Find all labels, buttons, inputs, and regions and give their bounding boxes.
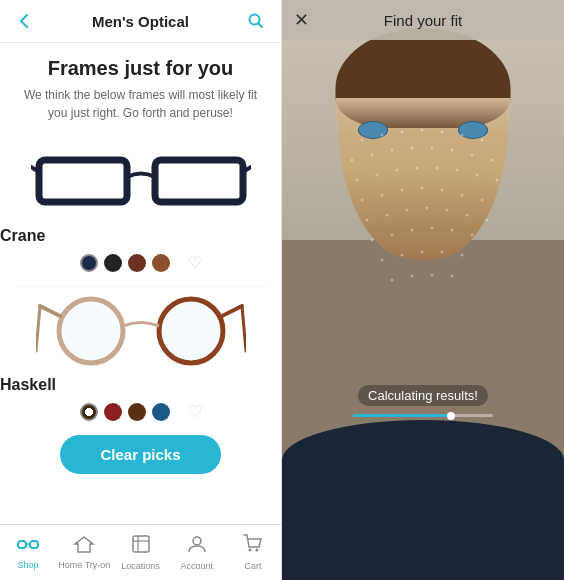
svg-line-11: [36, 306, 40, 351]
svg-line-12: [242, 306, 246, 351]
calculating-text: Calculating results!: [358, 385, 488, 406]
frames-section: Frames just for you We think the below f…: [0, 43, 281, 142]
nav-item-cart[interactable]: Cart: [225, 534, 281, 571]
nav-item-home-try-on[interactable]: Home Try-on: [56, 535, 112, 570]
frame1-colors: ♡: [0, 253, 281, 272]
header-title: Men's Optical: [36, 13, 245, 30]
svg-point-8: [159, 299, 223, 363]
svg-rect-14: [30, 541, 38, 548]
nav-label-cart: Cart: [244, 561, 261, 571]
svg-point-72: [391, 279, 394, 282]
color-swatch[interactable]: [104, 403, 122, 421]
right-title: Find your fit: [384, 12, 462, 29]
calculating-bar: Calculating results!: [282, 377, 564, 425]
nav-item-locations[interactable]: Locations: [112, 534, 168, 571]
progress-bar: [353, 414, 493, 417]
right-panel: ✕ Find your fit Calculating results!: [282, 0, 564, 580]
frame2-name: Haskell: [0, 376, 281, 394]
progress-dot: [447, 412, 455, 420]
search-icon[interactable]: [245, 10, 267, 32]
color-swatch[interactable]: [128, 254, 146, 272]
right-eye: [458, 121, 488, 139]
progress-fill: [353, 414, 451, 417]
svg-rect-5: [45, 166, 105, 174]
color-swatch[interactable]: [104, 254, 122, 272]
color-swatch[interactable]: [152, 254, 170, 272]
bottom-nav: Shop Home Try-on Locations: [0, 524, 281, 580]
svg-point-22: [248, 549, 251, 552]
color-swatch[interactable]: [128, 403, 146, 421]
nav-label-home-tryon: Home Try-on: [58, 560, 110, 570]
clear-picks-button[interactable]: Clear picks: [60, 435, 220, 474]
left-header: Men's Optical: [0, 0, 281, 43]
frame1-name: Crane: [0, 227, 281, 245]
wishlist-icon[interactable]: ♡: [188, 253, 202, 272]
frame-divider: [16, 286, 265, 287]
nav-label-shop: Shop: [18, 560, 39, 570]
svg-rect-13: [18, 541, 26, 548]
wishlist-icon[interactable]: ♡: [188, 402, 202, 421]
color-swatch[interactable]: [80, 403, 98, 421]
left-panel: Men's Optical Frames just for you We thi…: [0, 0, 282, 580]
frame2-image[interactable]: [0, 291, 281, 366]
frames-subtitle: We think the below frames will most like…: [16, 86, 265, 122]
color-swatch[interactable]: [80, 254, 98, 272]
shop-icon: [17, 535, 39, 558]
cart-icon: [243, 534, 263, 559]
eyes-area: [358, 115, 488, 145]
frame1-image[interactable]: [0, 142, 281, 217]
svg-point-23: [255, 549, 258, 552]
nav-item-account[interactable]: Account: [169, 534, 225, 571]
svg-rect-18: [133, 536, 149, 552]
nav-label-locations: Locations: [121, 561, 160, 571]
account-icon: [187, 534, 207, 559]
back-icon[interactable]: [14, 10, 36, 32]
nav-item-shop[interactable]: Shop: [0, 535, 56, 570]
svg-point-67: [381, 259, 384, 262]
right-header: ✕ Find your fit: [282, 0, 564, 40]
svg-line-9: [40, 306, 60, 316]
locations-icon: [131, 534, 151, 559]
svg-rect-6: [161, 166, 221, 174]
svg-point-21: [193, 537, 201, 545]
svg-point-71: [461, 254, 464, 257]
left-eye: [358, 121, 388, 139]
svg-line-10: [222, 306, 242, 316]
svg-point-7: [59, 299, 123, 363]
svg-point-73: [411, 275, 414, 278]
nav-label-account: Account: [180, 561, 213, 571]
frame2-colors: ♡: [0, 402, 281, 421]
color-swatch[interactable]: [152, 403, 170, 421]
close-button[interactable]: ✕: [294, 9, 309, 31]
content-scroll[interactable]: Frames just for you We think the below f…: [0, 43, 281, 580]
svg-point-75: [451, 275, 454, 278]
svg-point-74: [431, 274, 434, 277]
shirt-area: [282, 420, 564, 580]
home-tryon-icon: [73, 535, 95, 558]
frames-title: Frames just for you: [16, 57, 265, 80]
